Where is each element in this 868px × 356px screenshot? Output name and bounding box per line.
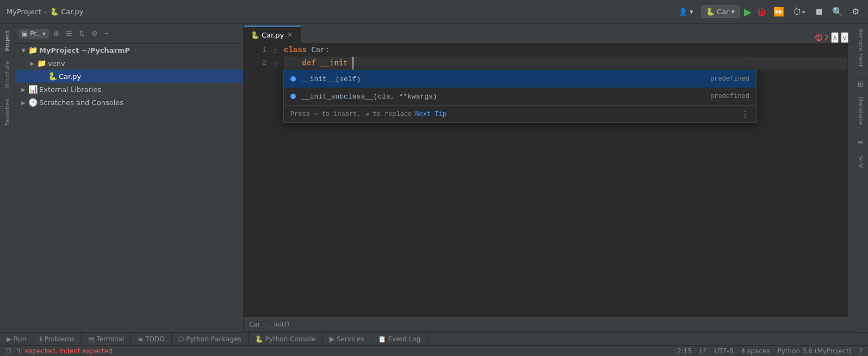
ac-item-init[interactable]: __init__(self) predefined — [284, 70, 756, 88]
gutter-fold-1[interactable]: ◌ — [271, 44, 280, 57]
error-indicator: ⓵ 2 ∧ ∨ — [815, 32, 848, 43]
file-py-icon-carpy: 🐍 — [48, 72, 57, 81]
status-right: 2:15 LF UTF-8 4 spaces Python 3.6 (MyPro… — [677, 347, 863, 355]
tab-run[interactable]: ▶ Run — [0, 333, 33, 346]
ac-text-1: __init__(self) — [301, 75, 710, 83]
error-icon: ⓵ — [815, 34, 822, 42]
right-rail-remote-host[interactable]: Remote Host — [855, 24, 866, 71]
right-rail-sciv-icon[interactable]: ≡ — [855, 134, 866, 150]
tree-arrow-myproject: ▼ — [20, 46, 27, 54]
tab-todo-label: TODO — [145, 335, 164, 343]
ac-footer-text: Press ↩ to insert, ⇥ to replace — [290, 110, 412, 118]
left-rail: Project Structure Favorites — [0, 24, 15, 332]
tree-item-extlibs[interactable]: ▶ 📊 External Libraries — [15, 83, 243, 96]
right-rail-db-icon[interactable]: ⊞ — [855, 76, 866, 91]
error-count: 2 — [824, 34, 829, 42]
tree-arrow-scratches: ▶ — [20, 99, 27, 106]
sidebar-project-title[interactable]: ▣ Pr.. ▾ — [18, 29, 49, 39]
autocomplete-popup: __init__(self) predefined __init_subclas… — [283, 70, 757, 123]
settings-button[interactable]: ⚙ — [850, 4, 861, 19]
coverage-button[interactable]: ⏩ — [771, 4, 786, 19]
line-numbers: 1 2 — [244, 44, 271, 317]
status-position[interactable]: 2:15 — [677, 347, 692, 355]
sidebar-item-structure[interactable]: Structure — [2, 57, 13, 93]
run-button[interactable]: ▶ — [744, 6, 752, 18]
search-button[interactable]: 🔍 — [830, 4, 845, 19]
sidebar-item-project[interactable]: Project — [2, 26, 13, 56]
tree-arrow-extlibs: ▶ — [20, 85, 27, 93]
status-left-icon[interactable]: ☐ — [5, 347, 11, 355]
sidebar-align1-button[interactable]: ☰ — [64, 28, 75, 39]
code-gutter: ◌ ◌ — [271, 44, 282, 317]
run-config-label: Car — [717, 8, 729, 16]
code-line-1: class Car: — [284, 44, 847, 57]
status-encoding[interactable]: UTF-8 — [715, 347, 734, 355]
right-rail-database[interactable]: Database — [855, 93, 866, 130]
sidebar-add-button[interactable]: ⊕ — [51, 28, 61, 39]
editor-scrollbar[interactable] — [847, 44, 853, 317]
sidebar-minus-button[interactable]: − — [102, 28, 111, 39]
user-button[interactable]: 👤 ▾ — [675, 5, 697, 18]
tab-services[interactable]: ▶ Services — [323, 333, 371, 346]
tree-arrow-carpy — [39, 72, 47, 80]
ac-footer: Press ↩ to insert, ⇥ to replace Next Tip… — [284, 105, 756, 122]
debug-button[interactable]: 🐞 — [756, 7, 767, 17]
error-nav-up[interactable]: ∧ — [831, 32, 839, 43]
tree-label-scratches: Scratches and Consoles — [39, 99, 123, 107]
folder-icon-myproject: 📁 — [28, 46, 37, 54]
tree-label-venv: venv — [48, 59, 65, 67]
tree-item-venv[interactable]: ▶ 📁 venv — [15, 57, 243, 70]
code-content[interactable]: class Car: def __init __init__(self) pre… — [282, 44, 847, 317]
run-config-icon: 🐍 — [706, 8, 715, 16]
code-editor[interactable]: 1 2 ◌ ◌ class Car: def __init — [244, 44, 853, 317]
breadcrumb-car: Car — [249, 321, 261, 328]
ac-more-button[interactable]: ⋮ — [741, 109, 749, 119]
tree-item-carpy[interactable]: 🐍 Car.py — [15, 70, 243, 83]
sidebar-align2-button[interactable]: ⇅ — [77, 28, 87, 39]
error-nav-down[interactable]: ∨ — [841, 32, 848, 43]
tab-event-log[interactable]: 📋 Event Log — [371, 333, 428, 346]
tab-console-label: Python Console — [265, 335, 316, 343]
gutter-fold-2[interactable]: ◌ — [271, 57, 280, 70]
tab-eventlog-icon: 📋 — [378, 335, 386, 343]
tab-terminal[interactable]: ▤ Terminal — [82, 333, 131, 346]
tab-services-label: Services — [337, 335, 364, 343]
profile-button[interactable]: ⏱▾ — [791, 5, 808, 19]
sidebar-window-icon: ▣ — [22, 30, 28, 38]
editor-area: 🐍 Car.py ✕ ⓵ 2 ∧ ∨ 1 2 ◌ ◌ — [244, 24, 853, 332]
status-indent[interactable]: 4 spaces — [741, 347, 770, 355]
sidebar-title-label: Pr.. — [30, 30, 40, 38]
libs-icon: 📊 — [28, 85, 37, 94]
code-line-2: def __init — [284, 57, 847, 70]
titlebar-left: MyProject › 🐍 Car.py — [7, 8, 671, 16]
breadcrumb-bar: Car › __init() — [244, 317, 853, 332]
stop-button[interactable]: ⏹ — [813, 5, 826, 19]
status-python[interactable]: Python 3.6 (MyProject) — [777, 347, 851, 355]
run-configuration[interactable]: 🐍 Car ▾ — [701, 5, 740, 18]
sidebar-settings-button[interactable]: ⚙ — [89, 28, 100, 39]
ac-next-tip[interactable]: Next Tip — [415, 111, 447, 118]
tab-python-packages[interactable]: ⬡ Python Packages — [172, 333, 249, 346]
ac-text-2: __init_subclass__(cls, **kwargs) — [301, 93, 710, 101]
titlebar-file: 🐍 Car.py — [50, 8, 83, 16]
tree-item-myproject[interactable]: ▼ 📁 MyProject ~/PycharmP — [15, 44, 243, 57]
status-help-icon[interactable]: ? — [859, 347, 863, 355]
project-name[interactable]: MyProject — [7, 8, 41, 16]
status-info: ☐ '(' expected. Indent expected. 2:15 LF… — [0, 346, 868, 356]
right-rail: Remote Host ⊞ Database ≡ SciV — [853, 24, 868, 332]
titlebar-right: 👤 ▾ 🐍 Car ▾ ▶ 🐞 ⏩ ⏱▾ ⏹ 🔍 ⚙ — [675, 4, 861, 19]
ac-item-init-subclass[interactable]: __init_subclass__(cls, **kwargs) predefi… — [284, 88, 756, 105]
tab-todo[interactable]: ≡ TODO — [131, 333, 172, 346]
status-line-sep[interactable]: LF — [699, 347, 707, 355]
tab-python-console[interactable]: 🐍 Python Console — [249, 333, 323, 346]
status-error-text: '(' expected. Indent expected. — [17, 347, 115, 355]
tab-problems[interactable]: ℹ Problems — [33, 333, 82, 346]
tab-carpy[interactable]: 🐍 Car.py ✕ — [244, 26, 301, 43]
ac-kind-2: predefined — [710, 93, 749, 100]
status-bar: ▶ Run ℹ Problems ▤ Terminal ≡ TODO ⬡ Pyt… — [0, 332, 868, 356]
sidebar-item-favorites[interactable]: Favorites — [2, 94, 13, 130]
tab-console-icon: 🐍 — [255, 335, 263, 343]
right-rail-sciv[interactable]: SciV — [855, 151, 866, 173]
tree-item-scratches[interactable]: ▶ 🕐 Scratches and Consoles — [15, 96, 243, 109]
tab-close-button[interactable]: ✕ — [286, 31, 294, 39]
